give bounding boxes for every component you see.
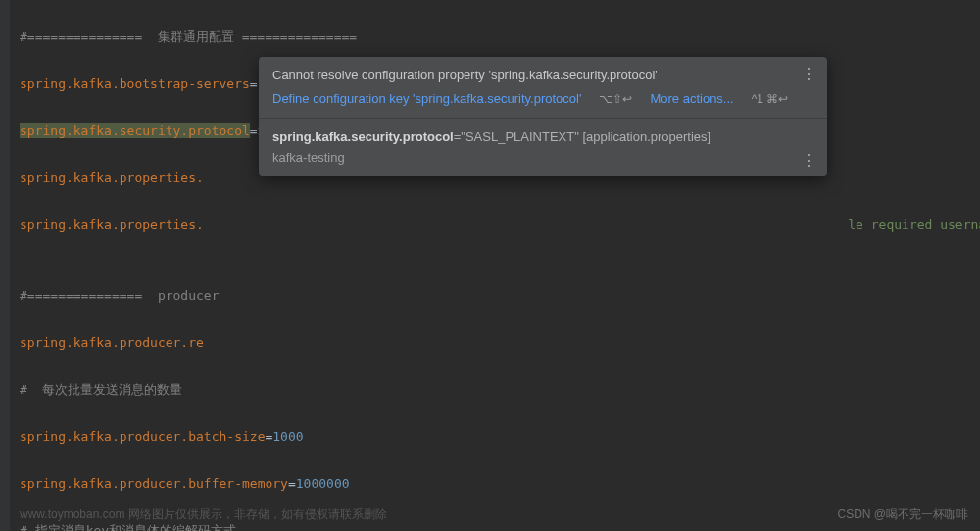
watermark-text: CSDN @喝不完一杯咖啡: [837, 507, 968, 523]
comment-text: #===============: [20, 29, 158, 44]
watermark-text: www.toymoban.com 网络图片仅供展示，非存储，如有侵权请联系删除: [20, 507, 387, 523]
code-line: spring.kafka.producer.batch-size=1000: [20, 425, 980, 449]
code-line: spring.kafka.producer.buffer-memory=1000…: [20, 472, 980, 496]
more-actions-link[interactable]: More actions...: [650, 90, 733, 108]
more-icon[interactable]: ⋮: [802, 67, 817, 82]
property-value: le required userna: [848, 217, 980, 232]
shortcut-text: ^1 ⌘↩: [752, 91, 789, 108]
tooltip-title: Cannot resolve configuration property 's…: [272, 67, 792, 84]
comment-text: 集群通用配置 ===============: [158, 29, 357, 44]
tooltip-property-line: spring.kafka.security.protocol="SASL_PLA…: [272, 128, 792, 146]
tooltip-actions-row: Define configuration key 'spring.kafka.s…: [272, 90, 792, 108]
code-line: # 每次批量发送消息的数量: [20, 378, 980, 402]
property-value: 1000: [272, 429, 303, 444]
property-key: spring.kafka.producer.re: [20, 335, 204, 350]
property-key: spring.kafka.properties.: [20, 217, 204, 232]
comment-text: #=============== producer: [20, 288, 220, 303]
tooltip-project-name: kafka-testing: [272, 149, 792, 167]
shortcut-text: ⌥⇧↩: [599, 91, 632, 108]
code-line: spring.kafka.producer.re: [20, 331, 980, 355]
tooltip-header: Cannot resolve configuration property 's…: [259, 57, 827, 119]
equals: =: [250, 123, 258, 138]
equals: =: [288, 476, 296, 491]
comment-text: # 每次批量发送消息的数量: [20, 382, 182, 397]
tooltip-property-value: ="SASL_PLAINTEXT" [application.propertie…: [454, 129, 711, 144]
equals: =: [250, 76, 258, 91]
property-key: spring.kafka.properties.: [20, 170, 204, 185]
code-line: spring.kafka.properties.xxxxxxxxxxxxxxxx…: [20, 214, 980, 237]
property-value: 1000000: [296, 476, 350, 491]
define-config-link[interactable]: Define configuration key 'spring.kafka.s…: [272, 90, 581, 108]
more-icon[interactable]: ⋮: [802, 153, 817, 169]
comment-text: # 指定消息key和消息体的编解码方式: [20, 523, 236, 531]
code-line: #=============== producer: [20, 284, 980, 308]
tooltip-property-name: spring.kafka.security.protocol: [272, 129, 454, 144]
property-key: spring.kafka.bootstrap-servers: [20, 76, 250, 91]
tooltip-body: spring.kafka.security.protocol="SASL_PLA…: [259, 119, 827, 175]
property-key: spring.kafka.producer.buffer-memory: [20, 476, 288, 491]
property-key-highlighted: spring.kafka.security.protocol: [20, 123, 250, 138]
inspection-tooltip: Cannot resolve configuration property 's…: [259, 57, 827, 176]
code-line: #=============== 集群通用配置 ===============: [20, 25, 980, 49]
property-key: spring.kafka.producer.batch-size: [20, 429, 265, 444]
editor-gutter: [0, 0, 10, 531]
